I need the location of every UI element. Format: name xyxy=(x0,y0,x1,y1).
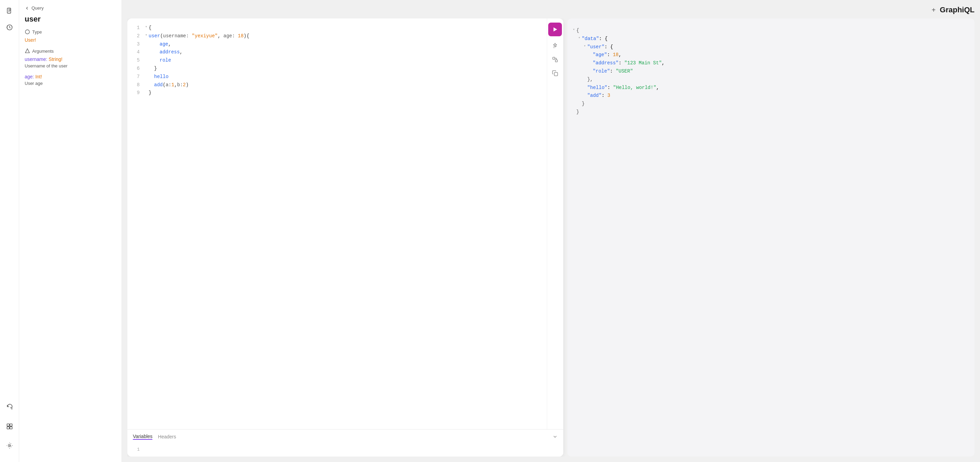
top-bar: + GraphiQL xyxy=(127,5,975,19)
res-fold-1[interactable]: ▾ xyxy=(573,27,575,35)
svg-marker-8 xyxy=(554,27,557,32)
code-line-1: 1 ▾ { xyxy=(133,24,547,32)
run-button[interactable] xyxy=(548,22,562,36)
doc-title: user xyxy=(25,15,116,24)
code-line-3: 3 ▾ age, xyxy=(133,40,547,49)
svg-rect-11 xyxy=(554,73,558,76)
result-line-4: ▾ "age": 18, xyxy=(573,51,969,59)
arg-username-name[interactable]: username: String! xyxy=(25,56,116,62)
editor-panel: 1 ▾ { 2 ▾ user(username: "yexiyue", age:… xyxy=(127,19,563,457)
sidebar-icons-panel xyxy=(0,0,19,462)
refresh-icon[interactable] xyxy=(4,402,15,413)
svg-rect-10 xyxy=(555,60,557,62)
code-line-6: 6 ▾ } xyxy=(133,65,547,73)
result-line-2: ▾ "data": { xyxy=(573,35,969,43)
code-line-8: 8 ▾ add(a:1,b:2) xyxy=(133,81,547,89)
arg-username-type: String! xyxy=(49,56,62,62)
variables-tab[interactable]: Variables xyxy=(133,433,153,440)
code-line-7: 7 ▾ hello xyxy=(133,73,547,81)
svg-rect-4 xyxy=(7,427,9,429)
result-line-9: ▾ "add": 3 xyxy=(573,92,969,100)
result-line-10: ▾ } xyxy=(573,100,969,108)
app-title: GraphiQL xyxy=(940,5,975,14)
arg-age: age: Int! User age xyxy=(25,74,116,86)
svg-rect-9 xyxy=(553,57,555,59)
result-line-8: ▾ "hello": "Hello, world!", xyxy=(573,84,969,92)
variables-body[interactable]: 1 xyxy=(127,444,563,457)
code-line-9: 9 ▾ } xyxy=(133,89,547,97)
back-button[interactable]: Query xyxy=(25,5,116,11)
fold-1[interactable]: ▾ xyxy=(145,24,147,30)
shortcut-icon[interactable] xyxy=(4,421,15,432)
result-panel: ▾ { ▾ "data": { ▾ "user": { ▾ "age": 18,… xyxy=(567,19,975,457)
fold-2[interactable]: ▾ xyxy=(145,32,147,38)
result-line-5: ▾ "address": "123 Main St", xyxy=(573,59,969,67)
svg-point-7 xyxy=(25,30,29,34)
editor-code[interactable]: 1 ▾ { 2 ▾ user(username: "yexiyue", age:… xyxy=(127,19,547,429)
arg-age-name[interactable]: age: Int! xyxy=(25,74,116,79)
svg-rect-2 xyxy=(7,424,9,426)
headers-tab[interactable]: Headers xyxy=(158,434,176,440)
variables-panel: Variables Headers 1 xyxy=(127,429,563,457)
editor-result-row: 1 ▾ { 2 ▾ user(username: "yexiyue", age:… xyxy=(127,19,975,457)
type-value-link[interactable]: User! xyxy=(25,37,116,43)
type-section-label: Type xyxy=(25,29,116,35)
collapse-button[interactable] xyxy=(552,434,558,440)
code-line-4: 4 ▾ address, xyxy=(133,48,547,56)
merge-button[interactable] xyxy=(550,54,560,65)
arg-age-desc: User age xyxy=(25,81,116,86)
document-icon[interactable] xyxy=(4,5,15,16)
result-line-6: ▾ "role": "USER" xyxy=(573,67,969,76)
variables-header: Variables Headers xyxy=(127,430,563,444)
main-area: + GraphiQL 1 ▾ { 2 ▾ user(username: "yex… xyxy=(122,0,980,462)
svg-point-6 xyxy=(9,445,10,446)
settings-icon[interactable] xyxy=(4,440,15,451)
arg-age-type: Int! xyxy=(35,74,42,79)
copy-button[interactable] xyxy=(550,68,560,79)
arguments-section-label: Arguments xyxy=(25,48,116,54)
result-line-3: ▾ "user": { xyxy=(573,43,969,51)
editor-top: 1 ▾ { 2 ▾ user(username: "yexiyue", age:… xyxy=(127,19,563,429)
prettify-button[interactable] xyxy=(550,40,560,51)
res-fold-2[interactable]: ▾ xyxy=(578,35,581,43)
editor-toolbar xyxy=(547,19,563,429)
res-fold-3[interactable]: ▾ xyxy=(584,43,586,51)
arg-username-desc: Username of the user xyxy=(25,63,116,68)
svg-rect-5 xyxy=(10,427,12,429)
code-line-2: 2 ▾ user(username: "yexiyue", age: 18){ xyxy=(133,32,547,40)
result-line-7: ▾ }, xyxy=(573,76,969,84)
result-line-1: ▾ { xyxy=(573,27,969,35)
svg-rect-3 xyxy=(10,424,12,426)
result-line-11: ▾ } xyxy=(573,108,969,116)
history-icon[interactable] xyxy=(4,22,15,33)
arg-username: username: String! Username of the user xyxy=(25,56,116,68)
back-label: Query xyxy=(32,5,43,11)
add-tab-button[interactable]: + xyxy=(932,6,936,14)
code-line-5: 5 ▾ role xyxy=(133,56,547,65)
doc-panel: Query user Type User! Arguments username… xyxy=(19,0,122,462)
